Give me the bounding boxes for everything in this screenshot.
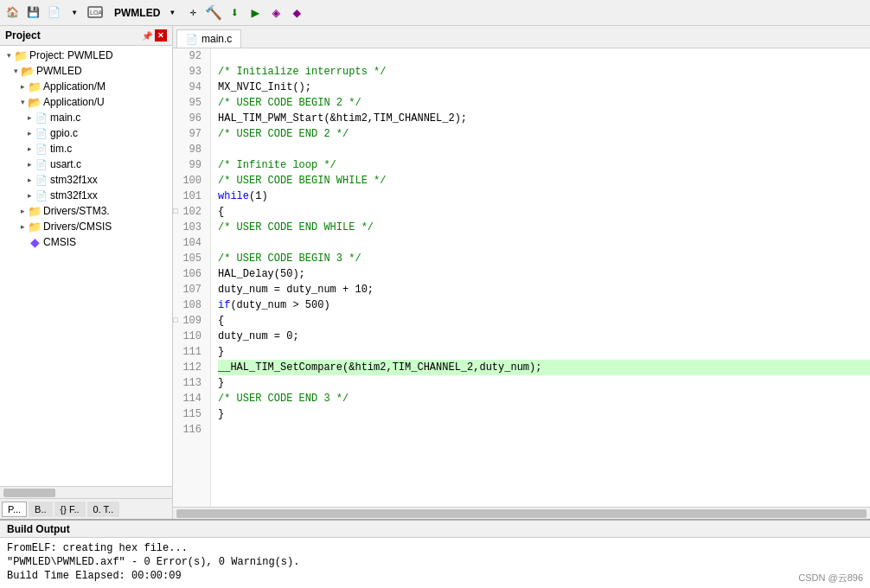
- svg-text:LOAD: LOAD: [90, 10, 103, 16]
- tab-project-label: P...: [8, 504, 21, 514]
- editor-tab-label: main.c: [202, 33, 232, 45]
- icon-download[interactable]: ⬇: [226, 4, 243, 22]
- icon-arrow-dropdown[interactable]: ▾: [163, 4, 181, 22]
- tree-label-pwmled: PWMLED: [36, 65, 82, 77]
- code-line-93: /* Initialize interrupts */: [218, 64, 870, 80]
- icon-debug2[interactable]: ◆: [288, 4, 305, 22]
- expander-app-m[interactable]: ▸: [17, 81, 28, 92]
- code-line-109: {: [218, 313, 870, 329]
- tab-project[interactable]: P...: [2, 502, 27, 517]
- code-editor[interactable]: /* Initialize interrupts */ MX_NVIC_Init…: [211, 48, 870, 507]
- file-main-c-icon: 📄: [35, 111, 48, 125]
- line-number-113: 113: [173, 375, 205, 391]
- file-stm32-1-icon: 📄: [35, 173, 48, 187]
- tree-label-stm32-2: stm32f1xx: [50, 189, 98, 201]
- sidebar-bottom-tabs: P... B.. {} F.. 0. T..: [0, 498, 172, 519]
- expander-cmsis: [17, 237, 28, 247]
- icon-debug[interactable]: ◈: [267, 4, 285, 22]
- file-gpio-c-icon: 📄: [35, 126, 48, 140]
- sidebar-hscrollbar[interactable]: [0, 486, 172, 498]
- sidebar: Project 📌 ✕ ▾ 📁 Project: PWMLED ▾ 📂 PWML…: [0, 26, 173, 519]
- expander-project[interactable]: ▾: [3, 50, 14, 61]
- line-number-109: 109□: [173, 313, 205, 329]
- tree-item-drivers-stm3[interactable]: ▸ 📁 Drivers/STM3.: [0, 203, 172, 219]
- pin-icon[interactable]: 📌: [141, 29, 153, 42]
- icon-dropdown[interactable]: ▾: [66, 4, 83, 22]
- tab-template[interactable]: 0. T..: [87, 502, 120, 517]
- tree-item-drivers-cmsis[interactable]: ▸ 📁 Drivers/CMSIS: [0, 219, 172, 234]
- code-line-102: {: [218, 204, 870, 220]
- expander-tim-c[interactable]: ▸: [24, 144, 35, 154]
- expander-stm32-1[interactable]: ▸: [24, 175, 35, 185]
- tree-item-app-u[interactable]: ▾ 📂 Application/U: [0, 94, 172, 110]
- tab-books-label: B..: [35, 504, 46, 514]
- tree-item-tim-c[interactable]: ▸ 📄 tim.c: [0, 141, 172, 157]
- icon-home[interactable]: 🏠: [3, 4, 21, 22]
- tree-item-stm32-1[interactable]: ▸ 📄 stm32f1xx: [0, 172, 172, 188]
- close-sidebar-button[interactable]: ✕: [155, 29, 167, 42]
- collapse-btn-102[interactable]: □: [173, 204, 180, 220]
- icon-load[interactable]: LOAD: [86, 4, 104, 22]
- editor-hscrollbar[interactable]: [173, 507, 870, 519]
- tree-label-main-c: main.c: [50, 112, 80, 124]
- code-line-110: duty_num = 0;: [218, 329, 870, 344]
- icon-build[interactable]: 🔨: [205, 4, 222, 22]
- tree-label-tim-c: tim.c: [50, 143, 72, 155]
- tree-item-stm32-2[interactable]: ▸ 📄 stm32f1xx: [0, 188, 172, 203]
- expander-main-c[interactable]: ▸: [24, 112, 35, 123]
- line-number-99: 99: [173, 157, 205, 173]
- code-line-99: /* Infinite loop */: [218, 157, 870, 173]
- editor-tab-main-c[interactable]: 📄 main.c: [176, 29, 241, 48]
- line-number-108: 108: [173, 297, 205, 313]
- project-tree: ▾ 📁 Project: PWMLED ▾ 📂 PWMLED ▸ 📁 Appli…: [0, 46, 172, 486]
- sidebar-header: Project 📌 ✕: [0, 26, 172, 46]
- expander-pwmled[interactable]: ▾: [10, 66, 21, 76]
- code-line-103: /* USER CODE END WHILE */: [218, 220, 870, 235]
- expander-stm32-2[interactable]: ▸: [24, 190, 35, 201]
- expander-drivers-stm3[interactable]: ▸: [17, 206, 28, 216]
- file-usart-c-icon: 📄: [35, 157, 48, 171]
- tree-item-main-c[interactable]: ▸ 📄 main.c: [0, 110, 172, 125]
- folder-drivers-stm3-icon: 📁: [28, 204, 42, 218]
- icon-crosshair[interactable]: ✛: [184, 4, 202, 22]
- expander-drivers-cmsis[interactable]: ▸: [17, 221, 28, 232]
- collapse-btn-109[interactable]: □: [173, 313, 180, 329]
- tab-func[interactable]: {} F..: [54, 502, 86, 517]
- editor-hscroll-thumb[interactable]: [176, 509, 867, 518]
- tree-item-gpio-c[interactable]: ▸ 📄 gpio.c: [0, 125, 172, 141]
- expander-gpio-c[interactable]: ▸: [24, 128, 35, 138]
- line-number-110: 110: [173, 329, 205, 344]
- line-number-104: 104: [173, 235, 205, 251]
- tree-item-usart-c[interactable]: ▸ 📄 usart.c: [0, 157, 172, 172]
- line-number-101: 101: [173, 189, 205, 204]
- line-number-112: 112: [173, 360, 205, 375]
- line-number-100: 100: [173, 173, 205, 189]
- line-numbers: 9293949596979899100101102□10310410510610…: [173, 48, 211, 507]
- line-number-114: 114: [173, 391, 205, 406]
- tab-books[interactable]: B..: [29, 502, 52, 517]
- expander-app-u[interactable]: ▾: [17, 97, 28, 107]
- tree-item-project[interactable]: ▾ 📁 Project: PWMLED: [0, 48, 172, 63]
- expander-usart-c[interactable]: ▸: [24, 159, 35, 169]
- line-number-105: 105: [173, 251, 205, 266]
- editor-area: 📄 main.c 9293949596979899100101102□10310…: [173, 26, 870, 519]
- code-line-104: [218, 235, 870, 251]
- tree-label-usart-c: usart.c: [50, 158, 81, 170]
- tree-item-pwmled[interactable]: ▾ 📂 PWMLED: [0, 63, 172, 79]
- toolbar: 🏠 💾 📄 ▾ LOAD PWMLED ▾ ✛ 🔨 ⬇ ▶ ◈ ◆: [0, 0, 870, 26]
- tree-item-app-m[interactable]: ▸ 📁 Application/M: [0, 79, 172, 94]
- tree-item-cmsis[interactable]: ◆ CMSIS: [0, 234, 172, 250]
- code-line-105: /* USER CODE BEGIN 3 */: [218, 251, 870, 266]
- tree-label-stm32-1: stm32f1xx: [50, 174, 98, 186]
- editor-content[interactable]: 9293949596979899100101102□10310410510610…: [173, 48, 870, 507]
- sidebar-scroll-thumb[interactable]: [3, 489, 55, 497]
- icon-save[interactable]: 💾: [24, 4, 42, 22]
- line-number-115: 115: [173, 406, 205, 422]
- line-number-93: 93: [173, 64, 205, 80]
- icon-run[interactable]: ▶: [246, 4, 264, 22]
- tree-label-app-u: Application/U: [43, 96, 105, 108]
- code-line-100: /* USER CODE BEGIN WHILE */: [218, 173, 870, 189]
- diamond-cmsis-icon: ◆: [28, 235, 42, 249]
- tree-label-gpio-c: gpio.c: [50, 127, 78, 139]
- icon-file[interactable]: 📄: [45, 4, 62, 22]
